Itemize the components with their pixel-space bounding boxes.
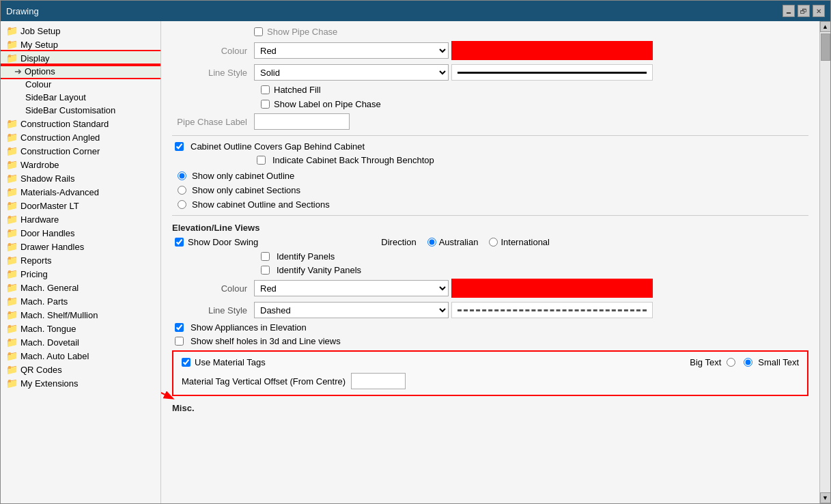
main-area: 📁 Job Setup 📁 My Setup 📁 Display ➜ Optio… <box>1 21 830 503</box>
sidebar-item-my-extensions[interactable]: 📁 My Extensions <box>1 376 160 390</box>
sidebar-label-mach-general: Mach. General <box>20 283 79 293</box>
show-both-row: Show cabinet Outline and Sections <box>175 199 808 210</box>
elevation-linestyle-select[interactable]: SolidDashed <box>254 302 449 318</box>
show-pipe-chase-checkbox[interactable] <box>254 27 263 36</box>
sidebar-item-mach-shelf-mullion[interactable]: 📁 Mach. Shelf/Mullion <box>1 308 160 322</box>
elevation-colour-select[interactable]: RedBlueGreen <box>254 280 449 296</box>
pipe-chase-label-row: Pipe Chase Label Pipe <box>172 113 808 130</box>
pipe-chase-label-label: Pipe Chase Label <box>172 117 254 127</box>
door-swing-row: Show Door Swing Direction Australian Int… <box>172 237 808 247</box>
sidebar-item-mach-general[interactable]: 📁 Mach. General <box>1 281 160 294</box>
folder-icon: 📁 <box>6 309 18 320</box>
big-text-label: Big Text <box>690 357 721 367</box>
content-area: Show Pipe Chase Colour RedBlueGreen Line… <box>161 21 819 503</box>
sidebar-item-materials-advanced[interactable]: 📁 Materials-Advanced <box>1 185 160 199</box>
sidebar-item-door-handles[interactable]: 📁 Door Handles <box>1 226 160 240</box>
hatched-fill-row: Hatched Fill <box>261 85 808 95</box>
international-radio[interactable] <box>489 238 498 247</box>
window-title: Drawing <box>6 6 39 16</box>
identify-vanity-checkbox[interactable] <box>261 266 270 275</box>
show-both-radio[interactable] <box>178 200 186 209</box>
folder-icon: 📁 <box>6 39 18 50</box>
sidebar-item-hardware[interactable]: 📁 Hardware <box>1 212 160 226</box>
scrollbar-track[interactable] <box>820 32 830 492</box>
show-outline-radio[interactable] <box>178 171 186 180</box>
sidebar-item-options[interactable]: ➜ Options <box>1 65 160 78</box>
vertical-offset-input[interactable]: 0mm <box>351 373 406 389</box>
folder-icon: 📁 <box>6 200 18 211</box>
sidebar-item-colour[interactable]: Colour <box>1 78 160 91</box>
identify-vanity-label: Identify Vanity Panels <box>277 265 361 275</box>
minimize-button[interactable]: 🗕 <box>783 5 795 17</box>
hatched-fill-checkbox[interactable] <box>261 85 270 94</box>
folder-icon: 📁 <box>6 241 18 252</box>
small-text-radio[interactable] <box>744 358 752 367</box>
show-door-swing-checkbox[interactable] <box>175 238 184 247</box>
show-shelf-holes-checkbox[interactable] <box>175 337 184 346</box>
cabinet-outline-covers-row: Cabinet Outline Covers Gap Behind Cabine… <box>175 141 808 152</box>
show-appliances-checkbox[interactable] <box>175 323 184 332</box>
sidebar-item-job-setup[interactable]: 📁 Job Setup <box>1 24 160 38</box>
show-appliances-label: Show Appliances in Elevation <box>191 322 307 333</box>
identify-panels-checkbox[interactable] <box>261 252 270 261</box>
folder-icon: 📁 <box>6 323 18 334</box>
sidebar-item-construction-standard[interactable]: 📁 Construction Standard <box>1 117 160 130</box>
sidebar-item-sidebar-customisation[interactable]: SideBar Customisation <box>1 104 160 117</box>
elevation-header: Elevation/Line Views <box>172 223 808 233</box>
sidebar-item-drawer-handles[interactable]: 📁 Drawer Handles <box>1 240 160 253</box>
sidebar-item-mach-auto-label[interactable]: 📁 Mach. Auto Label <box>1 349 160 363</box>
show-door-swing-label: Show Door Swing <box>188 237 258 247</box>
pipe-chase-label-input[interactable]: Pipe <box>254 113 350 130</box>
show-sections-row: Show only cabinet Sections <box>175 185 808 195</box>
folder-icon: 📁 <box>6 214 18 225</box>
scroll-down-button[interactable]: ▼ <box>820 492 831 503</box>
cabinet-section: Cabinet Outline Covers Gap Behind Cabine… <box>172 141 808 210</box>
close-button[interactable]: ✕ <box>813 5 825 17</box>
scrollbar-thumb[interactable] <box>821 33 830 61</box>
sidebar-item-construction-angled[interactable]: 📁 Construction Angled <box>1 130 160 144</box>
australian-radio[interactable] <box>427 238 436 247</box>
show-appliances-row: Show Appliances in Elevation <box>172 322 808 333</box>
scroll-up-button[interactable]: ▲ <box>820 21 831 32</box>
sidebar-item-mach-dovetail[interactable]: 📁 Mach. Dovetail <box>1 335 160 349</box>
sidebar-item-display[interactable]: 📁 Display <box>1 51 160 65</box>
sidebar-item-my-setup[interactable]: 📁 My Setup <box>1 38 160 51</box>
sidebar-label-mach-shelf-mullion: Mach. Shelf/Mullion <box>20 310 98 320</box>
sidebar-item-pricing[interactable]: 📁 Pricing <box>1 267 160 281</box>
small-text-label: Small Text <box>758 357 799 367</box>
sidebar-item-wardrobe[interactable]: 📁 Wardrobe <box>1 158 160 171</box>
show-label-pipe-row: Show Label on Pipe Chase <box>261 99 808 109</box>
material-tags-box: Use Material Tags Big Text Small Text Ma… <box>172 350 808 396</box>
sidebar-item-mach-parts[interactable]: 📁 Mach. Parts <box>1 294 160 308</box>
scrollbar: ▲ ▼ <box>819 21 830 503</box>
pipe-chase-linestyle-select[interactable]: SolidDashed <box>254 64 449 81</box>
sidebar-item-sidebar-layout[interactable]: SideBar Layout <box>1 91 160 104</box>
use-material-tags-checkbox[interactable] <box>182 358 191 367</box>
folder-icon: 📁 <box>6 337 18 348</box>
elevation-linestyle-label: Line Style <box>172 305 254 316</box>
folder-icon: 📁 <box>6 25 18 36</box>
pipe-chase-colour-select[interactable]: RedBlueGreen <box>254 42 449 59</box>
indicate-cabinet-back-checkbox[interactable] <box>257 156 266 165</box>
big-text-radio[interactable] <box>727 358 735 367</box>
sidebar-item-reports[interactable]: 📁 Reports <box>1 253 160 267</box>
folder-icon: 📁 <box>6 255 18 266</box>
identify-panels-row: Identify Panels <box>261 251 808 262</box>
use-material-tags-row: Use Material Tags Big Text Small Text <box>182 357 799 367</box>
folder-icon: 📁 <box>6 159 18 170</box>
pipe-chase-section: Show Pipe Chase Colour RedBlueGreen Line… <box>172 27 808 130</box>
maximize-button[interactable]: 🗗 <box>798 5 810 17</box>
colour-preview-red <box>451 41 653 60</box>
sidebar-item-mach-tongue[interactable]: 📁 Mach. Tongue <box>1 322 160 335</box>
elevation-section: Elevation/Line Views Show Door Swing Dir… <box>172 223 808 413</box>
hatched-fill-label: Hatched Fill <box>274 85 321 95</box>
sidebar-item-doormaster-lt[interactable]: 📁 DoorMaster LT <box>1 199 160 212</box>
sidebar-item-construction-corner[interactable]: 📁 Construction Corner <box>1 144 160 158</box>
international-label: International <box>501 237 550 247</box>
sidebar-item-shadow-rails[interactable]: 📁 Shadow Rails <box>1 171 160 185</box>
cabinet-outline-covers-checkbox[interactable] <box>175 142 184 151</box>
show-sections-radio[interactable] <box>178 186 186 195</box>
sidebar-label-mach-tongue: Mach. Tongue <box>20 324 76 334</box>
sidebar-item-qr-codes[interactable]: 📁 QR Codes <box>1 363 160 376</box>
show-label-pipe-checkbox[interactable] <box>261 100 270 109</box>
